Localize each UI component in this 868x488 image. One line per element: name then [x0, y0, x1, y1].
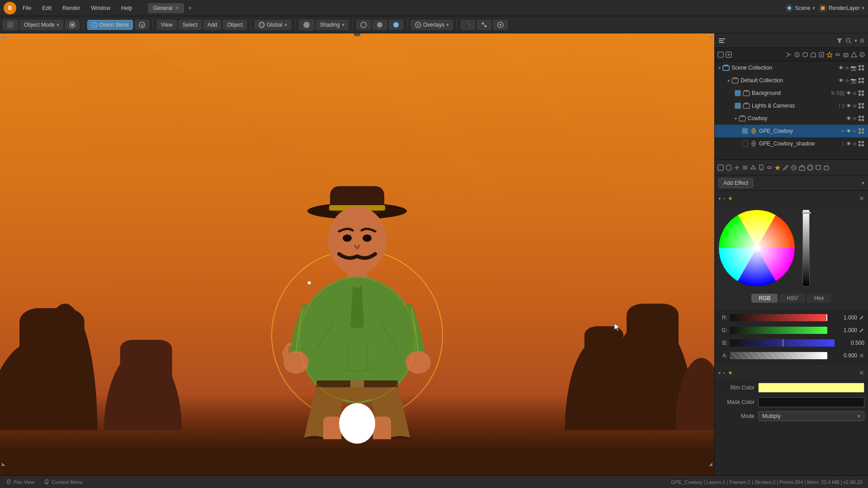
value-strip[interactable]: [802, 210, 810, 286]
tab-rgb[interactable]: RGB: [751, 294, 778, 303]
menu-file[interactable]: File: [18, 3, 36, 13]
viewport-shading-button[interactable]: [299, 19, 314, 30]
tab-add-button[interactable]: +: [185, 4, 194, 12]
dc-render-icon[interactable]: 📷: [850, 78, 857, 84]
b-slider[interactable]: [730, 339, 835, 347]
g-value[interactable]: 1.000: [830, 327, 857, 333]
outliner-tb-4[interactable]: [794, 52, 800, 58]
sc-grid-icon[interactable]: [858, 65, 864, 71]
menu-render[interactable]: Render: [58, 3, 85, 13]
onion-skins-button[interactable]: Onion Skins: [87, 20, 133, 30]
r-value[interactable]: 1.000: [830, 314, 857, 321]
outliner-tb-3[interactable]: [786, 52, 792, 58]
effect-close-1[interactable]: ✕: [859, 195, 864, 202]
lights-cameras-item[interactable]: Lights & Cameras | 2 👁 ⊕: [715, 99, 868, 112]
default-collection-item[interactable]: ▾ Default Collection 👁 ⊕ 📷: [715, 74, 868, 87]
sc-render-icon[interactable]: 📷: [850, 65, 857, 71]
wire-icon[interactable]: [356, 20, 371, 30]
viewport[interactable]: ◤ ◥ ◣ ◢: [0, 33, 714, 475]
lc-grid-icon[interactable]: [858, 103, 864, 109]
view-button[interactable]: View: [157, 20, 177, 30]
onion-settings-button[interactable]: ⚙: [135, 20, 149, 30]
solid-icon[interactable]: [373, 20, 387, 30]
outliner-tb-6[interactable]: [810, 52, 816, 58]
bg-cursor-icon[interactable]: ⊕: [853, 90, 857, 96]
menu-window[interactable]: Window: [86, 3, 115, 13]
tab-hex[interactable]: Hex: [807, 294, 831, 303]
cw-grid-icon[interactable]: [858, 115, 864, 122]
object-button[interactable]: Object: [223, 20, 247, 30]
view-mode-button[interactable]: [3, 19, 18, 30]
gpe-grid-icon[interactable]: [858, 128, 864, 134]
proportional-button[interactable]: [493, 20, 508, 30]
cowboy-item[interactable]: ▾ Cowboy 👁 ⊕: [715, 112, 868, 125]
lc-eye-icon[interactable]: 👁: [846, 103, 851, 108]
object-mode-button[interactable]: Object Mode ▾: [20, 20, 63, 30]
rim-color-swatch[interactable]: [758, 383, 864, 393]
outliner-tb-5[interactable]: [802, 52, 808, 58]
outliner-tb-mesh[interactable]: [851, 52, 857, 58]
filter-icon[interactable]: [836, 38, 843, 44]
prop-tb-mat[interactable]: [791, 164, 797, 171]
global-button[interactable]: Global ▾: [255, 20, 291, 30]
r-slider[interactable]: [730, 314, 827, 321]
gs-cursor-icon[interactable]: ⊕: [853, 141, 857, 147]
mode-select[interactable]: Multiply ▾: [758, 411, 864, 421]
effect-panel-expand[interactable]: ▾: [862, 180, 864, 186]
gs-grid-icon[interactable]: [858, 141, 864, 147]
prop-tb-2[interactable]: [726, 164, 732, 171]
outliner-tb-camera[interactable]: [843, 52, 849, 58]
effect-close-2[interactable]: ✕: [859, 369, 864, 376]
prop-tb-4[interactable]: [742, 164, 748, 171]
gpe-eye-icon[interactable]: 👁: [846, 128, 851, 134]
select-button[interactable]: Select: [179, 20, 202, 30]
close-color-btn[interactable]: ✕: [859, 352, 864, 359]
outliner-tb-link[interactable]: [835, 52, 841, 58]
effect-arrow-2[interactable]: ▾: [718, 371, 721, 375]
gpe-checkbox[interactable]: [742, 128, 748, 134]
prop-tb-world[interactable]: [807, 164, 813, 171]
background-item[interactable]: Background 9⃝ 5⬛ 👁 ⊕: [715, 87, 868, 99]
menu-edit[interactable]: Edit: [38, 3, 56, 13]
gpe-shadow-checkbox[interactable]: [742, 141, 748, 147]
lights-checkbox[interactable]: [735, 103, 741, 109]
prop-tb-link[interactable]: [766, 164, 773, 171]
scene-collection-item[interactable]: ▾ Scene Collection 👁 ⊕ 📷: [715, 61, 868, 74]
outliner-tb-star[interactable]: [826, 52, 833, 58]
gpe-cowboy-item[interactable]: GPE_Cowboy ✏ 👁 ⊕: [715, 125, 868, 137]
gpe-shadow-item[interactable]: GPE_Cowboy_shadow | 👁 ⊕: [715, 137, 868, 150]
properties-button[interactable]: [65, 20, 80, 30]
cw-cursor-icon[interactable]: ⊕: [853, 116, 857, 122]
prop-tb-6[interactable]: [758, 164, 764, 171]
prop-tb-3[interactable]: [734, 164, 740, 171]
add-effect-button[interactable]: Add Effect: [718, 178, 753, 188]
snap-button[interactable]: [477, 20, 491, 30]
outliner-tb-7[interactable]: [818, 52, 825, 58]
outliner-tb-more[interactable]: ✕: [859, 52, 865, 58]
render-layer-selector[interactable]: RenderLayer: [829, 5, 860, 11]
bg-grid-icon[interactable]: [858, 90, 864, 96]
gs-eye-icon[interactable]: 👁: [846, 141, 851, 146]
scene-selector[interactable]: Scene: [795, 5, 811, 11]
add-button[interactable]: Add: [203, 20, 221, 30]
sc-eye-icon[interactable]: 👁: [839, 65, 844, 70]
g-slider[interactable]: [730, 327, 827, 334]
gpe-cursor-icon[interactable]: ⊕: [853, 128, 857, 134]
gizmo-button[interactable]: [461, 20, 475, 30]
tab-hsv[interactable]: HSV: [779, 294, 805, 303]
outliner-tb-2[interactable]: [726, 52, 732, 58]
dc-grid-icon[interactable]: [858, 77, 864, 84]
scene-dropdown-icon[interactable]: ▾: [812, 5, 815, 11]
search-icon[interactable]: [845, 38, 852, 44]
render-layer-dropdown-icon[interactable]: ▾: [862, 5, 864, 11]
prop-tb-output[interactable]: [823, 164, 830, 171]
prop-tb-star[interactable]: [774, 164, 781, 171]
material-icon[interactable]: [389, 20, 403, 30]
pencil-edit-icon[interactable]: ✏: [841, 129, 844, 134]
dc-eye-icon[interactable]: 👁: [839, 78, 844, 83]
lc-cursor-icon[interactable]: ⊕: [853, 103, 857, 109]
cw-eye-icon[interactable]: 👁: [846, 116, 851, 121]
dc-cursor-icon[interactable]: ⊕: [845, 78, 849, 84]
effect-star-2[interactable]: ★: [728, 370, 733, 376]
effect-star-1[interactable]: ★: [728, 195, 733, 202]
